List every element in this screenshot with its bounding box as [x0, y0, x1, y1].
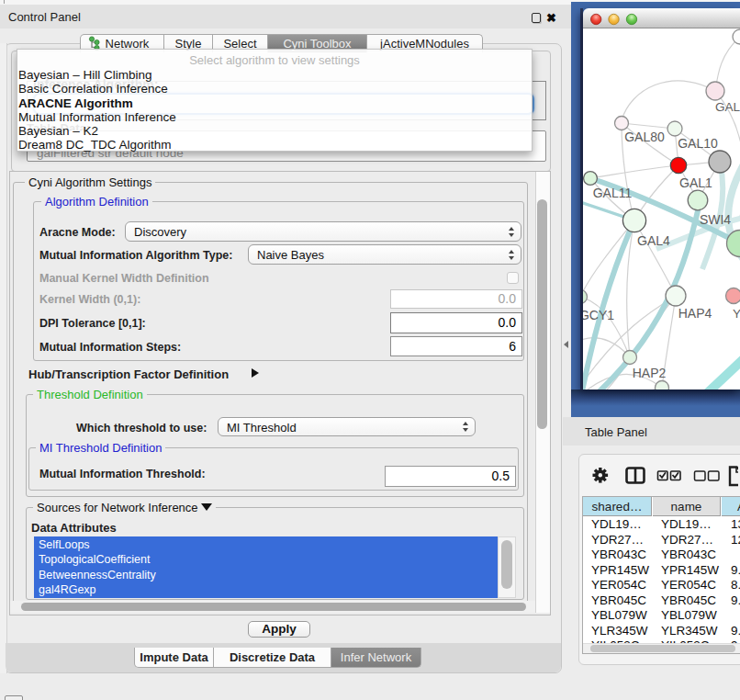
svg-text:YEL0: YEL0: [733, 307, 740, 321]
svg-text:GAL80: GAL80: [624, 130, 665, 144]
svg-text:HAP2: HAP2: [633, 366, 667, 380]
svg-text:GAL1: GAL1: [679, 175, 712, 190]
svg-text:GAL7: GAL7: [715, 100, 740, 114]
svg-text:GAL4: GAL4: [637, 233, 670, 248]
svg-text:SWI4: SWI4: [700, 212, 731, 227]
svg-text:GAL10: GAL10: [678, 136, 718, 151]
svg-text:HAP4: HAP4: [678, 306, 712, 321]
svg-text:GAL11: GAL11: [593, 186, 633, 200]
svg-text:GCY1: GCY1: [583, 308, 614, 322]
